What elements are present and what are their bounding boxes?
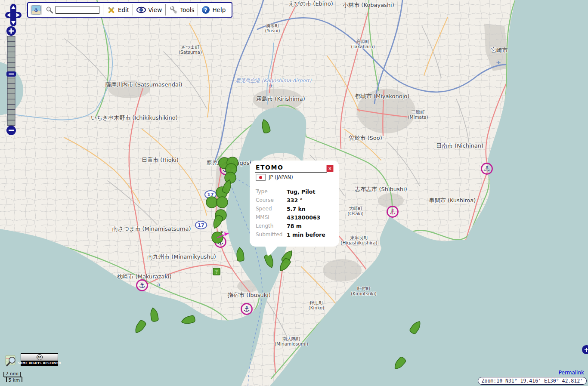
ship-marker-underway[interactable] [133,319,146,334]
help-label: Help [212,6,226,13]
detail-label: Type [256,188,287,195]
zoom-level-rung[interactable] [7,62,15,68]
zoom-level-rung[interactable] [7,99,15,104]
zoom-coordinates-status: Zoom:10 N31° 19.416' E130° 42.812' [478,377,587,385]
zoom-level-rung[interactable] [7,83,15,89]
zoom-level-rung[interactable] [7,94,15,99]
detail-value: 332 ° [287,197,303,204]
zoom-level-rung[interactable] [7,89,15,94]
detail-row: Submitted1 min before [256,230,335,239]
route-shield: 17 [195,221,207,229]
search-input[interactable] [56,6,99,14]
osm-logo[interactable] [5,355,17,367]
zoom-level-rung[interactable] [7,78,15,83]
ship-marker-underway[interactable] [260,118,271,133]
layers-map-button[interactable]: ⚓ [31,5,42,15]
svg-text:⚓: ⚓ [243,305,250,313]
zoom-level-rung[interactable] [7,110,15,115]
port-anchor-icon[interactable]: ⚓ [137,280,148,291]
airport-icon: ✈ [496,59,501,66]
port-anchor-icon[interactable]: ⚓ [241,304,252,315]
detail-row: MMSI431800063 [256,213,335,222]
map-viewport[interactable]: えびの市 (Ebino)小林市 (Kobayashi)湧水町(Yusui)高原町… [0,0,588,386]
vessel-details: TypeTug, PilotCourse332 °Speed5.7 knMMSI… [256,187,335,239]
help-icon: ? [201,6,210,14]
svg-text:⚓: ⚓ [34,7,39,13]
zoom-level-rung[interactable] [7,36,15,41]
port-anchor-icon[interactable]: ⚓ [482,164,492,174]
detail-row: Course332 ° [256,196,335,204]
edit-menu-button[interactable]: Edit [103,5,133,15]
scale-km-label: 5 km [9,377,20,383]
close-icon[interactable]: × [326,165,334,172]
jp-flag-icon [256,174,266,181]
vessel-country: JP (JAPAN) [269,174,293,180]
zoom-level-rung[interactable] [7,46,15,52]
eye-icon [136,6,146,13]
title-underline [255,172,327,173]
edit-label: Edit [118,6,129,13]
search-icon [46,6,53,14]
detail-row: Length78 m [256,222,335,230]
overview-map-toggle[interactable]: + [582,345,588,354]
wrench-icon [169,6,178,14]
svg-text:⚓: ⚓ [389,207,396,216]
cc-icon: cc [37,354,43,360]
vessel-name: ETOMO [256,164,283,171]
ship-marker-underway[interactable] [211,214,223,230]
ship-marker-underway[interactable] [180,315,195,325]
vessel-popup: ETOMO × JP (JAPAN) TypeTug, PilotCourse3… [250,161,339,247]
detail-value: Tug, Pilot [287,188,315,195]
port-anchor-icon[interactable]: ⚓ [387,207,398,217]
svg-text:17: 17 [198,222,204,228]
zoom-level-rung[interactable] [7,57,15,62]
ship-marker-underway[interactable] [393,356,407,371]
cc-license-badge[interactable]: cc SOME RIGHTS RESERVED [21,353,58,366]
pan-control[interactable] [3,2,24,28]
detail-label: MMSI [256,214,287,220]
zoom-ladder [7,36,15,125]
zoom-bar[interactable] [4,25,18,138]
map-anchor-icon: ⚓ [31,5,41,15]
tools-label: Tools [180,6,194,13]
detail-row: Speed5.7 kn [256,204,335,213]
svg-text:?: ? [204,7,207,13]
svg-text:?: ? [215,269,218,275]
tools-menu-button[interactable]: Tools [166,5,198,15]
airport-icon: ✈ [157,282,162,288]
view-menu-button[interactable]: View [133,5,165,15]
help-menu-button[interactable]: ? Help [198,5,229,15]
detail-value: 1 min before [287,232,325,238]
airport-icon: ✈ [269,83,274,89]
ship-marker-underway[interactable] [149,307,158,322]
zoom-level-rung[interactable] [7,41,15,46]
edit-tools-icon [107,6,116,15]
detail-label: Speed [256,206,287,212]
svg-text:⚓: ⚓ [483,164,490,173]
ship-marker-selected[interactable]: ✶ [212,230,229,243]
view-label: View [148,6,162,13]
detail-value: 431800063 [287,214,320,221]
cc-license-text: SOME RIGHTS RESERVED [21,361,58,365]
zoom-level-rung[interactable] [7,105,15,110]
selected-ship-star: ✶ [220,230,223,235]
detail-row: TypeTug, Pilot [256,187,335,196]
scale-nmi-label: 2 nmi [6,371,19,376]
detail-value: 5.7 kn [287,206,306,212]
detail-value: 78 m [287,223,302,229]
svg-text:⚓: ⚓ [139,281,145,290]
ship-marker-moored[interactable] [206,197,217,208]
detail-label: Length [256,223,287,229]
detail-label: Course [256,197,287,203]
zoom-level-rung[interactable] [7,120,15,125]
zoom-level-rung[interactable] [7,115,15,120]
ship-marker-moored[interactable] [217,197,228,208]
main-toolbar: ⚓ Edit View [27,2,232,18]
scale-bar: 2 nmi 5 km [3,371,25,383]
ship-marker-underway[interactable] [236,247,244,261]
zoom-level-rung[interactable] [7,52,15,57]
ship-marker-underway[interactable] [409,319,422,334]
permalink-link[interactable]: Permalink [559,370,584,376]
ship-marker-unknown[interactable]: ? [213,268,220,275]
detail-label: Submitted [256,232,287,238]
